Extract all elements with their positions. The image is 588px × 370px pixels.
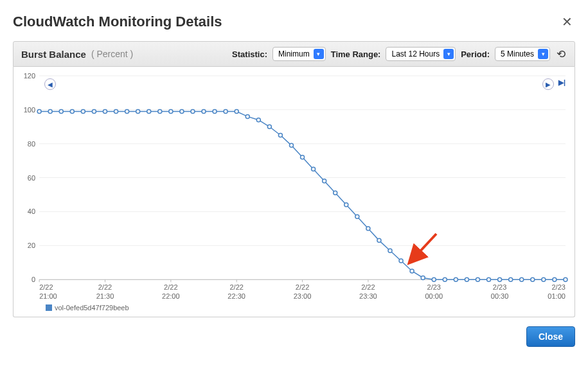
chevron-down-icon: ▾ (314, 49, 324, 59)
svg-point-88 (542, 278, 546, 281)
svg-point-58 (213, 109, 217, 113)
svg-point-72 (366, 227, 370, 231)
svg-point-56 (191, 109, 195, 113)
chart-legend: vol-0efed5d47f729beeb (46, 304, 129, 312)
svg-point-53 (158, 109, 162, 113)
svg-point-43 (48, 109, 52, 113)
svg-text:2/23: 2/23 (493, 283, 506, 291)
svg-point-57 (202, 109, 206, 113)
svg-point-79 (443, 278, 447, 281)
statistic-select[interactable]: Minimum ▾ (272, 47, 326, 61)
svg-point-86 (520, 278, 524, 281)
svg-point-52 (147, 109, 151, 113)
svg-point-78 (432, 278, 436, 281)
svg-text:80: 80 (28, 140, 35, 148)
svg-point-82 (476, 278, 479, 281)
svg-point-90 (564, 278, 567, 281)
svg-point-47 (92, 109, 96, 113)
svg-point-84 (498, 278, 502, 281)
svg-text:2/22: 2/22 (98, 283, 112, 291)
statistic-value: Minimum (278, 49, 310, 58)
legend-swatch (46, 304, 52, 311)
svg-text:23:30: 23:30 (359, 292, 377, 300)
svg-text:21:30: 21:30 (96, 292, 114, 300)
period-value: 5 Minutes (501, 49, 534, 58)
timerange-value: Last 12 Hours (391, 49, 440, 58)
line-chart: 0204060801001202/2221:002/2221:302/2222:… (13, 67, 575, 317)
svg-text:2/22: 2/22 (229, 283, 243, 291)
svg-point-81 (465, 278, 468, 281)
svg-text:20: 20 (28, 242, 35, 249)
chevron-down-icon: ▾ (538, 49, 548, 59)
svg-point-68 (323, 179, 326, 183)
period-label: Period: (461, 49, 490, 59)
svg-point-50 (125, 109, 129, 113)
svg-text:2/22: 2/22 (164, 283, 177, 291)
svg-point-61 (245, 114, 249, 118)
svg-point-42 (37, 109, 41, 113)
svg-point-44 (59, 109, 63, 113)
svg-point-45 (70, 109, 74, 113)
svg-text:0: 0 (31, 276, 35, 283)
svg-point-89 (553, 278, 557, 281)
svg-point-64 (278, 133, 282, 137)
svg-point-46 (81, 109, 85, 113)
svg-text:21:00: 21:00 (39, 292, 57, 300)
metric-name: Burst Balance (21, 49, 86, 60)
svg-point-59 (224, 109, 227, 113)
svg-text:2/22: 2/22 (361, 283, 375, 291)
svg-point-83 (487, 278, 491, 281)
svg-text:01:00: 01:00 (548, 292, 566, 300)
legend-series-name: vol-0efed5d47f729beeb (55, 304, 129, 312)
timerange-select[interactable]: Last 12 Hours ▾ (386, 47, 456, 61)
svg-text:40: 40 (28, 207, 35, 215)
svg-text:60: 60 (28, 174, 35, 182)
metric-unit: ( Percent ) (91, 49, 133, 59)
svg-point-77 (421, 276, 425, 280)
svg-point-85 (509, 278, 513, 281)
svg-text:120: 120 (24, 72, 35, 80)
svg-point-74 (388, 249, 392, 252)
svg-point-75 (399, 259, 403, 263)
svg-text:00:00: 00:00 (425, 292, 443, 300)
svg-text:22:30: 22:30 (227, 292, 245, 300)
svg-point-71 (355, 215, 359, 218)
page-title: CloudWatch Monitoring Details (13, 13, 222, 30)
svg-point-76 (410, 269, 414, 273)
svg-point-48 (103, 109, 107, 113)
svg-point-63 (267, 125, 271, 128)
svg-point-62 (256, 118, 260, 122)
svg-point-70 (344, 203, 348, 207)
svg-point-80 (454, 278, 458, 281)
svg-text:2/22: 2/22 (296, 283, 309, 291)
chevron-down-icon: ▾ (443, 49, 454, 59)
svg-point-51 (136, 109, 140, 113)
statistic-label: Statistic: (232, 49, 267, 59)
refresh-icon[interactable]: ⟲ (555, 48, 567, 61)
svg-point-49 (114, 109, 118, 113)
svg-point-73 (377, 238, 381, 242)
close-icon[interactable]: ✕ (559, 12, 575, 32)
svg-point-69 (334, 191, 337, 195)
svg-text:2/23: 2/23 (427, 283, 441, 291)
svg-text:2/22: 2/22 (39, 283, 53, 291)
chart-controls: Burst Balance ( Percent ) Statistic: Min… (13, 41, 575, 67)
svg-point-60 (235, 109, 238, 113)
close-button[interactable]: Close (526, 326, 575, 347)
period-select[interactable]: 5 Minutes ▾ (495, 47, 550, 61)
svg-text:2/23: 2/23 (551, 283, 565, 291)
svg-point-87 (531, 278, 535, 281)
svg-point-54 (169, 109, 173, 113)
svg-point-66 (301, 155, 305, 159)
svg-text:23:00: 23:00 (294, 292, 312, 300)
timerange-label: Time Range: (331, 49, 381, 59)
svg-point-65 (289, 143, 293, 147)
svg-point-67 (312, 167, 316, 171)
chart-area: ◀ ▶ ▶| 0204060801001202/2221:002/2221:30… (13, 67, 575, 317)
svg-text:22:00: 22:00 (162, 292, 180, 300)
svg-text:00:30: 00:30 (491, 292, 509, 300)
svg-point-55 (180, 109, 184, 113)
svg-text:100: 100 (24, 106, 35, 114)
